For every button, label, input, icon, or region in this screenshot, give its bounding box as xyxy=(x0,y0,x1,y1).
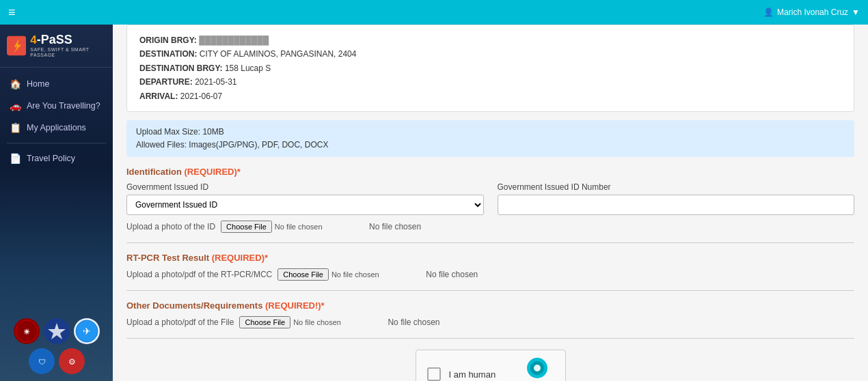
rtpcr-no-file-label: No file chosen xyxy=(426,270,478,279)
identification-required: (REQUIRED)* xyxy=(185,167,241,177)
identification-title: Identification (REQUIRED)* xyxy=(126,167,854,177)
upload-info-bar: Upload Max Size: 10MB Allowed Files: Ima… xyxy=(126,120,854,157)
sidebar-item-travelling[interactable]: 🚗 Are You Travelling? xyxy=(0,95,113,117)
svg-text:☀: ☀ xyxy=(23,328,30,336)
logo-subtitle: SAFE, SWIFT & SMART PASSAGE xyxy=(30,47,106,59)
other-docs-no-file-label: No file chosen xyxy=(388,318,439,327)
identification-section: Identification (REQUIRED)* Government Is… xyxy=(126,167,854,233)
gov-id-number-input[interactable] xyxy=(498,195,855,215)
gov-id-row: Government Issued ID Government Issued I… xyxy=(126,182,854,215)
nav-divider xyxy=(7,143,106,143)
other-docs-title: Other Documents/Requirements (REQUIRED!)… xyxy=(126,300,854,311)
home-icon: 🏠 xyxy=(10,79,21,89)
dest-brgy-value: 158 Lucap S xyxy=(225,63,271,73)
origin-brgy-label: ORIGIN BRGY: xyxy=(139,36,197,45)
max-size-text: Upload Max Size: 10MB xyxy=(136,126,845,139)
origin-brgy-row: ORIGIN BRGY: ████████████ xyxy=(139,33,841,47)
gov-id-label: Government Issued ID xyxy=(126,182,484,192)
departure-value: 2021-05-31 xyxy=(195,77,236,87)
sidebar-nav: 🏠 Home 🚗 Are You Travelling? 📋 My Applic… xyxy=(0,68,113,311)
gov-id-col: Government Issued ID Government Issued I… xyxy=(126,182,484,215)
logo-text-area: 4 -PaSS SAFE, SWIFT & SMART PASSAGE xyxy=(30,33,106,59)
captcha-container: I am human hCaptcha Privacy - Terms xyxy=(126,350,854,381)
captcha-box: I am human hCaptcha Privacy - Terms xyxy=(416,350,566,381)
other-docs-required: (REQUIRED!)* xyxy=(265,300,325,311)
doc-icon: 📄 xyxy=(10,153,21,164)
top-nav-bar: ≡ 👤 Marich Ivonah Cruz ▼ xyxy=(0,0,868,25)
logo-badge-4: 🛡 xyxy=(29,348,55,374)
main-content: ORIGIN BRGY: ████████████ DESTINATION: C… xyxy=(113,25,868,381)
gov-id-number-label: Government Issued ID Number xyxy=(498,182,855,192)
partner-logos: ☀ ✈ 🛡 ⚙ xyxy=(0,311,113,381)
sidebar-item-policy[interactable]: 📄 Travel Policy xyxy=(0,147,113,169)
divider-1 xyxy=(126,242,854,243)
rtpcr-required: (REQUIRED)* xyxy=(212,253,268,263)
departure-row: DEPARTURE: 2021-05-31 xyxy=(139,75,841,89)
svg-text:🛡: 🛡 xyxy=(38,358,45,366)
captcha-checkbox[interactable] xyxy=(427,367,441,381)
dest-brgy-row: DESTINATION BRGY: 158 Lucap S xyxy=(139,61,841,75)
divider-3 xyxy=(126,338,854,339)
app-logo-icon xyxy=(7,35,26,57)
hamburger-menu-icon[interactable]: ≡ xyxy=(8,5,16,20)
logo-badge-3: ✈ xyxy=(74,318,100,344)
destination-row: DESTINATION: CITY OF ALAMINOS, PANGASINA… xyxy=(139,47,841,61)
dropdown-icon: ▼ xyxy=(852,8,860,17)
dest-brgy-label: DESTINATION BRGY: xyxy=(139,63,223,73)
sidebar-item-applications[interactable]: 📋 My Applications xyxy=(0,117,113,139)
allowed-files-text: Allowed Files: Images(JPG/PNG), PDF, DOC… xyxy=(136,139,845,152)
other-docs-file-upload-row: Upload a photo/pdf of the File No file c… xyxy=(126,316,854,328)
id-file-input[interactable] xyxy=(221,221,364,233)
rtpcr-upload-label: Upload a photo/pdf of the RT-PCR/MCC xyxy=(126,270,272,279)
logo-dash: 4 xyxy=(30,33,36,47)
other-docs-section: Other Documents/Requirements (REQUIRED!)… xyxy=(126,300,854,328)
rtpcr-title: RT-PCR Test Result (REQUIRED)* xyxy=(126,253,854,263)
destination-value: CITY OF ALAMINOS, PANGASINAN, 2404 xyxy=(200,49,357,59)
gov-id-number-col: Government Issued ID Number xyxy=(498,182,855,215)
divider-2 xyxy=(126,290,854,291)
sidebar-item-home[interactable]: 🏠 Home xyxy=(0,73,113,95)
rtpcr-file-input[interactable] xyxy=(277,268,420,281)
rtpcr-file-upload-row: Upload a photo/pdf of the RT-PCR/MCC No … xyxy=(126,268,854,281)
sidebar-label-policy: Travel Policy xyxy=(27,154,75,163)
id-upload-label: Upload a photo of the ID xyxy=(126,222,215,231)
rtpcr-section: RT-PCR Test Result (REQUIRED)* Upload a … xyxy=(126,253,854,281)
gov-id-select[interactable]: Government Issued IDPassportDriver's Lic… xyxy=(126,195,484,215)
user-icon: 👤 xyxy=(763,8,774,17)
arrival-value: 2021-06-07 xyxy=(180,91,222,101)
captcha-label: I am human xyxy=(449,369,496,380)
arrival-label: ARRIVAL: xyxy=(139,91,178,101)
arrival-row: ARRIVAL: 2021-06-07 xyxy=(139,89,841,103)
departure-label: DEPARTURE: xyxy=(139,77,193,87)
captcha-logo: hCaptcha Privacy - Terms xyxy=(521,357,554,381)
user-name: Marich Ivonah Cruz xyxy=(777,8,848,17)
id-file-upload-row: Upload a photo of the ID No file chosen xyxy=(126,221,854,233)
origin-brgy-value: ████████████ xyxy=(199,36,269,45)
other-docs-file-input[interactable] xyxy=(239,316,382,328)
clipboard-icon: 📋 xyxy=(10,122,21,133)
svg-text:✈: ✈ xyxy=(83,326,91,337)
user-menu[interactable]: 👤 Marich Ivonah Cruz ▼ xyxy=(763,8,860,17)
logo-badge-2 xyxy=(44,318,70,344)
sidebar: 4 -PaSS SAFE, SWIFT & SMART PASSAGE 🏠 Ho… xyxy=(0,25,113,381)
sidebar-logo-area: 4 -PaSS SAFE, SWIFT & SMART PASSAGE xyxy=(0,25,113,68)
svg-point-14 xyxy=(534,365,541,371)
sidebar-label-applications: My Applications xyxy=(27,123,86,132)
logo-badge-5: ⚙ xyxy=(59,348,85,374)
travel-info-card: ORIGIN BRGY: ████████████ DESTINATION: C… xyxy=(126,25,854,112)
logo-name: -PaSS xyxy=(37,33,72,47)
captcha-logo-icon xyxy=(526,357,548,379)
sidebar-label-travelling: Are You Travelling? xyxy=(27,101,100,111)
logo-badge-1: ☀ xyxy=(14,318,40,344)
svg-text:⚙: ⚙ xyxy=(68,357,75,367)
sidebar-label-home: Home xyxy=(27,79,49,89)
other-docs-upload-label: Upload a photo/pdf of the File xyxy=(126,318,234,327)
main-layout: 4 -PaSS SAFE, SWIFT & SMART PASSAGE 🏠 Ho… xyxy=(0,25,868,381)
id-no-file-label: No file chosen xyxy=(369,222,421,231)
car-icon: 🚗 xyxy=(10,100,21,111)
destination-label: DESTINATION: xyxy=(139,49,197,59)
